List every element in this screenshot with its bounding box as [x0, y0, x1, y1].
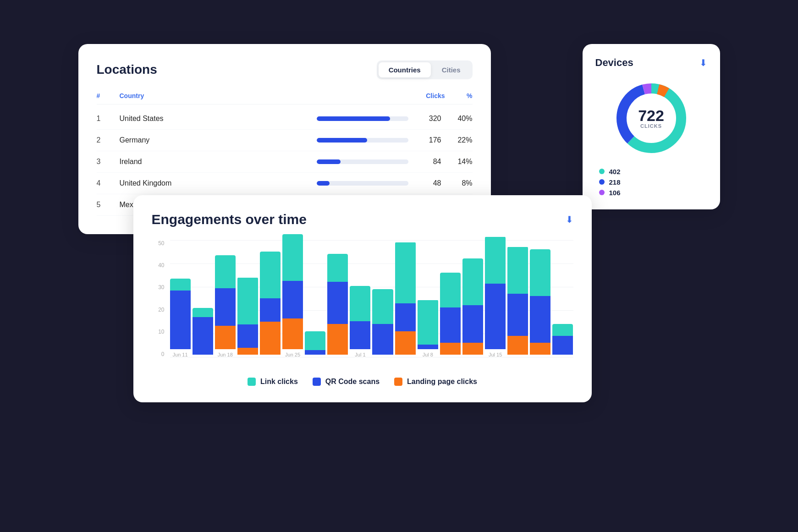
stacked-bar: [552, 324, 573, 355]
legend-dot: [394, 378, 402, 386]
bar-seg-blue: [485, 284, 506, 349]
y-label: 10: [152, 329, 165, 335]
bar-seg-orange: [440, 343, 461, 355]
bar-seg-teal: [395, 242, 416, 303]
bar-seg-orange: [530, 343, 550, 355]
bar-seg-blue: [507, 294, 528, 336]
stacked-bar: [215, 255, 236, 349]
col-clicks-val: 48: [408, 179, 445, 187]
stacked-bar: [327, 254, 348, 355]
col-pct-val: 14%: [445, 158, 473, 166]
device-stat-row: 218: [599, 178, 707, 186]
bar-seg-blue: [282, 281, 303, 318]
stat-dot: [599, 169, 605, 174]
legend: Link clicks QR Code scans Landing page c…: [152, 378, 573, 386]
tab-cities[interactable]: Cities: [432, 62, 471, 77]
bar-container: [317, 138, 408, 143]
stacked-bar: [485, 236, 506, 349]
bar-fill: [317, 138, 367, 143]
engagements-download-icon[interactable]: ⬇: [566, 214, 573, 225]
bar-seg-orange: [215, 326, 236, 349]
bar-seg-orange: [507, 336, 528, 355]
bar-seg-blue: [440, 307, 461, 343]
row-num: 4: [97, 179, 120, 187]
col-pct-val: 22%: [445, 136, 473, 144]
col-clicks-val: 320: [408, 115, 445, 123]
bar-seg-teal: [485, 237, 506, 284]
bar-seg-teal: [440, 273, 461, 308]
bar-group: [260, 252, 281, 357]
x-label: Jun 11: [173, 352, 188, 357]
bar-seg-teal: [193, 308, 213, 317]
bar-seg-teal: [552, 324, 573, 336]
table-row: 2 Germany 176 22%: [97, 130, 473, 151]
table-row: 4 United Kingdom 48 8%: [97, 173, 473, 194]
bar-seg-teal: [237, 278, 258, 324]
x-label: Jun 25: [285, 352, 300, 357]
chart-inner: Jun 11Jun 18Jun 25Jul 1Jul 8Jul 15: [170, 240, 573, 357]
y-label: 30: [152, 284, 165, 291]
bar-seg-blue: [418, 345, 438, 349]
bar-container: [317, 116, 408, 121]
locations-header: Locations Countries Cities: [97, 60, 473, 79]
donut-center: 722 CLICKS: [638, 108, 664, 129]
bar-group: [440, 273, 461, 357]
stacked-bar: [170, 279, 191, 349]
y-axis-labels: 01020304050: [152, 240, 165, 368]
col-pct: %: [445, 92, 473, 99]
bar-container: [317, 181, 408, 186]
row-num: 5: [97, 201, 120, 209]
bar-fill: [317, 181, 330, 186]
stacked-bar: [462, 258, 483, 355]
tab-countries[interactable]: Countries: [379, 62, 431, 77]
x-label: Jun 18: [218, 352, 233, 357]
bar-seg-teal: [350, 286, 370, 321]
bar-seg-blue: [170, 291, 191, 349]
bar-group: Jun 25: [282, 234, 303, 357]
engagements-card: Engagements over time ⬇ 01020304050 Jun …: [133, 195, 592, 402]
x-label: Jul 8: [423, 352, 433, 357]
stat-value: 218: [609, 178, 621, 186]
x-label: Jul 1: [355, 352, 365, 357]
legend-item: QR Code scans: [313, 378, 380, 386]
bar-seg-teal: [260, 252, 281, 298]
col-country: Country: [120, 92, 317, 99]
bar-seg-teal: [530, 249, 550, 296]
bar-group: [237, 277, 258, 357]
devices-header: Devices ⬇: [595, 57, 707, 69]
bar-seg-teal: [372, 289, 393, 324]
table-header: # Country Clicks %: [97, 92, 473, 104]
bar-seg-blue: [350, 321, 370, 349]
legend-dot: [313, 378, 321, 386]
stacked-bar: [260, 252, 281, 355]
bar-seg-teal: [305, 331, 325, 350]
device-stats: 402 218 106: [595, 168, 707, 197]
bar-group: [327, 254, 348, 357]
bar-group: [193, 308, 213, 357]
row-num: 1: [97, 115, 120, 123]
bar-group: [552, 324, 573, 357]
bar-group: Jun 11: [170, 279, 191, 357]
total-clicks: 722: [638, 108, 664, 123]
bar-fill: [317, 159, 341, 164]
clicks-label: CLICKS: [638, 123, 664, 129]
stacked-bar: [418, 300, 438, 349]
legend-label: Link clicks: [260, 378, 298, 386]
locations-title: Locations: [97, 62, 157, 77]
bar-seg-blue: [530, 296, 550, 343]
stacked-bar: [237, 277, 258, 355]
bar-container: [317, 159, 408, 164]
stacked-bar: [193, 308, 213, 355]
x-label: Jul 15: [489, 352, 502, 357]
bar-seg-teal: [507, 247, 528, 294]
bar-seg-orange: [395, 331, 416, 355]
legend-item: Link clicks: [248, 378, 298, 386]
bar-seg-blue: [462, 305, 483, 343]
bar-seg-teal: [282, 234, 303, 281]
row-num: 2: [97, 136, 120, 144]
table-row: 3 Ireland 84 14%: [97, 151, 473, 173]
stacked-bar: [440, 273, 461, 355]
engagements-header: Engagements over time ⬇: [152, 212, 573, 227]
download-icon[interactable]: ⬇: [699, 57, 707, 68]
devices-title: Devices: [595, 57, 633, 69]
